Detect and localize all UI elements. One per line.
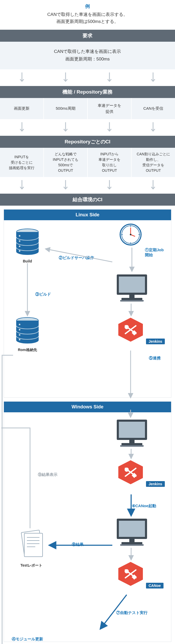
- svg-rect-39: [120, 544, 144, 546]
- jenkins-win-node: Jenkins: [116, 459, 165, 487]
- svg-point-11: [19, 240, 20, 242]
- svg-rect-30: [121, 443, 142, 445]
- svg-rect-37: [129, 539, 135, 542]
- down-arrow-icon: [63, 72, 68, 83]
- down-arrow-icon: [63, 180, 68, 191]
- func-cell: 車速データを 提供: [88, 98, 132, 119]
- jenkins-icon: [116, 317, 145, 343]
- step-8-label: ⑧結果: [72, 542, 84, 547]
- requirements-box: CANで取得した車速を画面に表示 画面更新周期：500ms: [0, 42, 175, 69]
- svg-point-13: [19, 250, 20, 252]
- bar-ci-integration: 結合環境のCI: [0, 194, 175, 206]
- clock-icon: [119, 223, 142, 246]
- svg-point-33: [125, 468, 129, 472]
- example-desc-1: CANで取得した車速を画面に表示する。: [47, 12, 128, 17]
- svg-rect-36: [119, 521, 145, 537]
- arrow-row-1: [0, 69, 175, 86]
- svg-point-4: [130, 234, 131, 235]
- ci-cell: INPUTを 受けるごとに 描画処理を実行: [0, 148, 44, 177]
- computer-icon: [114, 272, 150, 304]
- svg-point-12: [19, 246, 20, 247]
- arrow-row-3: [0, 177, 175, 194]
- test-report-node: Testレポート: [17, 530, 46, 568]
- func-cell: 画面更新: [0, 98, 44, 119]
- func-cell-text: 画面更新: [14, 106, 30, 112]
- svg-rect-21: [129, 295, 135, 298]
- down-arrow-icon: [107, 180, 112, 191]
- down-arrow-icon: [150, 122, 156, 133]
- database-icon: [14, 228, 40, 257]
- canoe-label: CANoe: [146, 583, 164, 588]
- example-label: 例: [0, 0, 175, 11]
- req-line-2: 画面更新周期：500ms: [65, 57, 110, 62]
- ci-cell: どんな戦略で INPUTされても 500msで OUTPUT: [44, 148, 88, 177]
- func-cell-text: 500ms周期: [56, 106, 75, 112]
- svg-rect-29: [129, 440, 135, 443]
- svg-rect-31: [120, 445, 144, 447]
- svg-point-16: [19, 329, 20, 330]
- rom-node: Rom格納先: [14, 317, 40, 352]
- down-arrow-icon: [19, 72, 25, 83]
- step-2-label: ②ビルドサーバ操作: [59, 255, 94, 260]
- svg-rect-44: [24, 533, 43, 557]
- windows-panel-head: Windows Side: [4, 402, 171, 412]
- svg-point-15: [19, 324, 20, 325]
- linux-panel-body: Build Rom格納先: [4, 220, 171, 397]
- jenkins-icon: [116, 459, 145, 485]
- svg-rect-23: [120, 300, 144, 302]
- ci-cell-text: INPUTを 受けるごとに 描画処理を実行: [9, 154, 34, 171]
- func-cell: CANを受信: [132, 98, 175, 119]
- test-report-label: Testレポート: [17, 563, 46, 568]
- func-cell-text: CANを受信: [143, 106, 164, 112]
- req-line-1: CANで取得した車速を画面に表示: [54, 49, 121, 54]
- down-arrow-icon: [63, 122, 68, 133]
- linux-panel: Linux Side Build: [4, 209, 171, 398]
- svg-rect-28: [119, 422, 145, 438]
- ci-cell-text: INPUTから 車速データを 取り出し OUTPUT: [98, 151, 120, 173]
- down-arrow-icon: [19, 122, 25, 133]
- svg-point-18: [19, 339, 20, 340]
- step-9-label: ⑨結果表示: [38, 472, 57, 477]
- ci-cell-text: どんな戦略で INPUTされても 500msで OUTPUT: [53, 151, 78, 173]
- svg-point-25: [125, 325, 129, 329]
- computer-icon: [114, 418, 150, 449]
- example-desc-2: 画面更新周期は500msとする。: [56, 19, 119, 24]
- jenkins-linux-node: Jenkins: [116, 317, 165, 344]
- ci-cell: CAN割り込みごとに 動作し、 受信データを OUTPUT: [132, 148, 175, 177]
- step-6-label: ⑥CANoe起動: [132, 504, 156, 508]
- ci-repo-row: INPUTを 受けるごとに 描画処理を実行 どんな戦略で INPUTされても 5…: [0, 148, 175, 177]
- functions-row: 画面更新 500ms周期 車速データを 提供 CANを受信: [0, 98, 175, 119]
- linux-panel-head: Linux Side: [4, 210, 171, 220]
- canoe-icon: [116, 561, 145, 587]
- step-4-label: ④モジュール更新: [12, 637, 43, 642]
- jenkins-label: Jenkins: [146, 339, 165, 344]
- svg-point-17: [19, 334, 20, 336]
- computer-node-linux1: [114, 272, 150, 304]
- step-3-label: ③ビルド: [35, 292, 51, 297]
- func-cell: 500ms周期: [44, 98, 88, 119]
- clock-node: [119, 223, 142, 247]
- svg-point-41: [125, 569, 129, 573]
- example-description: CANで取得した車速を画面に表示する。 画面更新周期は500msとする。: [0, 11, 175, 30]
- ci-cell: INPUTから 車速データを 取り出し OUTPUT: [88, 148, 132, 177]
- build-node: Build: [14, 228, 40, 263]
- computer-node-win1: [114, 418, 150, 450]
- bar-ci-repo: RepositoryごとのCI: [0, 136, 175, 148]
- down-arrow-icon: [19, 180, 25, 191]
- func-cell-text: 車速データを 提供: [98, 103, 121, 114]
- down-arrow-icon: [107, 72, 112, 83]
- canoe-node: CANoe: [116, 561, 164, 588]
- database-icon: [14, 317, 40, 345]
- windows-panel-body: Jenkins CANoe: [4, 412, 171, 642]
- ci-cell-text: CAN割り込みごとに 動作し、 受信データを OUTPUT: [137, 151, 170, 173]
- computer-icon: [114, 517, 150, 548]
- document-icon: [17, 530, 46, 561]
- svg-point-10: [19, 235, 20, 237]
- computer-node-win2: [114, 517, 150, 549]
- rom-label: Rom格納先: [14, 348, 40, 352]
- step-5-label: ⑤連携: [149, 356, 161, 361]
- bar-requirements: 要求: [0, 30, 175, 42]
- svg-rect-20: [119, 277, 145, 293]
- step-7-label: ⑦自動テスト実行: [116, 610, 148, 615]
- svg-rect-38: [121, 542, 142, 544]
